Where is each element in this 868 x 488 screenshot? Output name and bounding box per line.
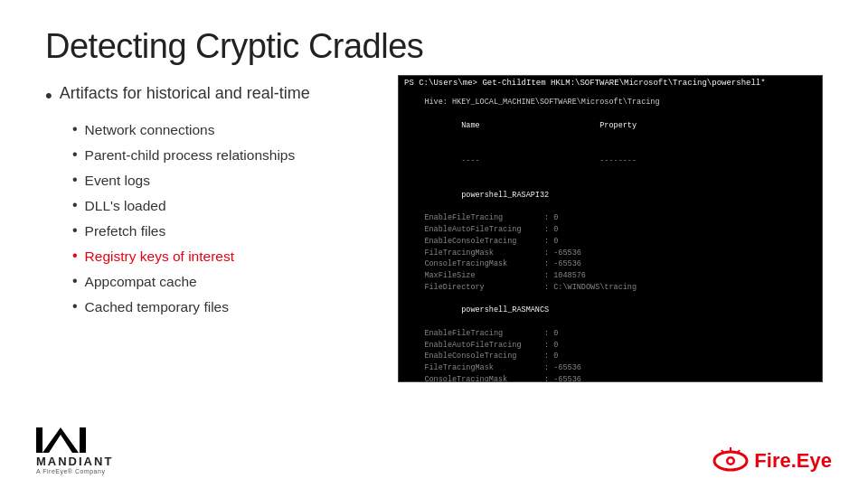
terminal-window: PS C:\Users\me> Get-ChildItem HKLM:\SOFT… bbox=[398, 75, 823, 382]
svg-rect-2 bbox=[80, 427, 86, 453]
sub-bullet-dll: DLL's loaded bbox=[72, 192, 380, 218]
sub-bullet-network-text: Network connections bbox=[85, 117, 215, 142]
mandiant-sub-label: A FireEye® Company bbox=[36, 468, 105, 474]
fireeye-logo: Fire.Eye bbox=[712, 447, 832, 474]
sub-bullet-network: Network connections bbox=[72, 117, 380, 142]
main-bullet-dot: • bbox=[45, 84, 52, 108]
sub-bullet-registry: Registry keys of interest bbox=[72, 243, 380, 268]
separator-line: ---- -------- bbox=[406, 144, 815, 178]
sub-bullet-cached: Cached temporary files bbox=[72, 294, 380, 319]
entry2-prop2: EnableConsoleTracing : 0 bbox=[406, 351, 815, 362]
main-bullet-text: Artifacts for historical and real-time bbox=[60, 84, 310, 103]
slide: Detecting Cryptic Cradles • Artifacts fo… bbox=[0, 0, 868, 488]
entry1-prop2: EnableConsoleTracing : 0 bbox=[406, 236, 815, 248]
terminal-area: PS C:\Users\me> Get-ChildItem HKLM:\SOFT… bbox=[398, 75, 823, 382]
sub-bullet-event-logs-text: Event logs bbox=[85, 168, 150, 192]
fireeye-eye-icon bbox=[712, 447, 749, 474]
footer: MANDIANT A FireEye® Company Fire.Eye bbox=[0, 423, 868, 474]
entry1-prop6: FileDirectory : C:\WINDOWS\tracing bbox=[406, 282, 815, 294]
entry2-prop4: ConsoleTracingMask : -65536 bbox=[406, 374, 815, 382]
entry1-name: powershell_RASAPI32 bbox=[406, 178, 815, 212]
sub-bullet-prefetch-text: Prefetch files bbox=[85, 219, 166, 243]
entry1-prop3: FileTracingMask : -65536 bbox=[406, 248, 815, 259]
sub-bullet-parent-child: Parent-child process relationships bbox=[72, 142, 380, 167]
main-bullet: • Artifacts for historical and real-time bbox=[45, 84, 380, 108]
sub-bullet-dll-text: DLL's loaded bbox=[85, 193, 166, 218]
terminal-top-bar: PS C:\Users\me> Get-ChildItem HKLM:\SOFT… bbox=[399, 76, 822, 90]
entry1-prop4: ConsoleTracingMask : -65536 bbox=[406, 258, 815, 270]
sub-bullet-registry-text: Registry keys of interest bbox=[85, 244, 234, 268]
bullet-section: • Artifacts for historical and real-time… bbox=[45, 84, 380, 382]
entry1-prop1: EnableAutoFileTracing : 0 bbox=[406, 224, 815, 236]
sub-bullet-appcompat-text: Appcompat cache bbox=[85, 269, 197, 294]
svg-marker-1 bbox=[42, 427, 79, 453]
hive-line: Hive: HKEY_LOCAL_MACHINE\SOFTWARE\Micros… bbox=[406, 97, 815, 109]
entry1-prop0: EnableFileTracing : 0 bbox=[406, 212, 815, 224]
terminal-body: Hive: HKEY_LOCAL_MACHINE\SOFTWARE\Micros… bbox=[399, 90, 822, 382]
fireeye-text-label: Fire.Eye bbox=[754, 449, 832, 473]
svg-point-5 bbox=[729, 459, 733, 464]
mandiant-text-label: MANDIANT bbox=[36, 455, 113, 468]
sub-bullet-event-logs: Event logs bbox=[72, 167, 380, 192]
entry2-prop0: EnableFileTracing : 0 bbox=[406, 328, 815, 340]
entry2-prop3: FileTracingMask : -65536 bbox=[406, 362, 815, 374]
columns-header: Name Property bbox=[406, 109, 815, 144]
sub-bullet-prefetch: Prefetch files bbox=[72, 218, 380, 243]
sub-bullet-appcompat: Appcompat cache bbox=[72, 268, 380, 294]
mandiant-logo: MANDIANT A FireEye® Company bbox=[36, 423, 113, 474]
svg-rect-0 bbox=[36, 427, 42, 453]
sub-bullet-parent-child-text: Parent-child process relationships bbox=[85, 143, 296, 167]
terminal-command: PS C:\Users\me> Get-ChildItem HKLM:\SOFT… bbox=[404, 79, 816, 88]
sub-bullet-list: Network connections Parent-child process… bbox=[45, 117, 380, 319]
sub-bullet-cached-text: Cached temporary files bbox=[85, 295, 229, 319]
entry1-prop5: MaxFileSize : 1048576 bbox=[406, 270, 815, 282]
slide-title: Detecting Cryptic Cradles bbox=[45, 27, 823, 66]
content-area: • Artifacts for historical and real-time… bbox=[45, 84, 823, 382]
entry2-name: powershell_RASMANCS bbox=[406, 294, 815, 328]
entry2-prop1: EnableAutoFileTracing : 0 bbox=[406, 340, 815, 352]
mandiant-m-icon bbox=[36, 423, 86, 455]
